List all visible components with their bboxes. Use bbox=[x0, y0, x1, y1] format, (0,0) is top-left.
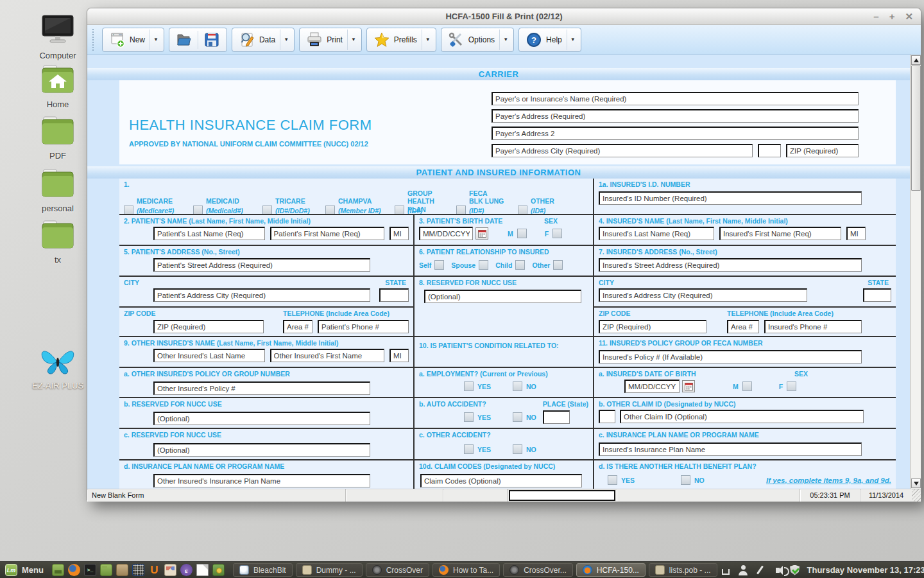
help-button[interactable]: ? Help bbox=[521, 30, 567, 50]
patient-city-input[interactable] bbox=[153, 288, 370, 302]
open-button[interactable] bbox=[171, 30, 197, 50]
patient-birthdate-input[interactable] bbox=[419, 227, 473, 240]
insurance-plan-name-input[interactable] bbox=[599, 442, 862, 456]
patient-area-code-input[interactable] bbox=[283, 320, 312, 333]
file-manager-icon[interactable] bbox=[100, 564, 112, 576]
money-icon[interactable] bbox=[212, 564, 225, 576]
desktop-icon-computer[interactable]: Computer bbox=[26, 14, 90, 60]
options-dropdown-arrow[interactable]: ▼ bbox=[499, 30, 511, 50]
insured-birthdate-input[interactable] bbox=[624, 380, 680, 393]
desktop-icon-home[interactable]: Home bbox=[26, 64, 90, 109]
options-button[interactable]: Options bbox=[443, 30, 499, 50]
patient-last-name-input[interactable] bbox=[153, 227, 265, 240]
new-dropdown-arrow[interactable]: ▼ bbox=[150, 30, 162, 50]
show-desktop-icon[interactable] bbox=[52, 564, 64, 576]
insured-mi-input[interactable] bbox=[846, 227, 866, 240]
insured-policy-input[interactable] bbox=[599, 350, 862, 363]
insured-street-input[interactable] bbox=[599, 258, 862, 272]
taskbar-window-howto[interactable]: How to Ta... bbox=[432, 563, 500, 577]
taskbar-window-listspob[interactable]: lists.pob - ... bbox=[649, 563, 717, 577]
taskbar-window-crossover2[interactable]: CrossOver... bbox=[503, 563, 573, 577]
volume-icon[interactable] bbox=[773, 565, 783, 575]
employment-no-checkbox[interactable] bbox=[513, 381, 522, 391]
patient-street-input[interactable] bbox=[153, 258, 370, 272]
calendar-icon[interactable] bbox=[475, 227, 488, 240]
other-insured-last-name-input[interactable] bbox=[153, 349, 265, 362]
insured-zip-input[interactable] bbox=[599, 320, 706, 333]
mail-icon[interactable] bbox=[164, 564, 176, 576]
calendar-icon[interactable] bbox=[682, 380, 695, 392]
insured-sex-male-checkbox[interactable] bbox=[742, 381, 752, 391]
relationship-child-checkbox[interactable] bbox=[515, 260, 525, 270]
user-icon[interactable] bbox=[738, 565, 748, 575]
taskbar-window-hcfa[interactable]: HCFA-150... bbox=[576, 563, 646, 577]
vertical-scrollbar[interactable] bbox=[910, 55, 921, 489]
reserved-nucc-c-input[interactable] bbox=[153, 443, 370, 457]
archive-icon[interactable] bbox=[116, 564, 128, 576]
scroll-up-arrow[interactable] bbox=[911, 55, 921, 65]
shield-icon[interactable] bbox=[790, 565, 800, 575]
patient-first-name-input[interactable] bbox=[270, 227, 384, 240]
prefills-button[interactable]: Prefills bbox=[369, 30, 422, 50]
patient-state-input[interactable] bbox=[379, 288, 409, 302]
prefills-dropdown-arrow[interactable]: ▼ bbox=[422, 30, 434, 50]
minimized-window-icon[interactable] bbox=[721, 565, 731, 575]
maximize-button[interactable]: + bbox=[889, 12, 895, 21]
pen-icon[interactable] bbox=[755, 565, 766, 575]
patient-sex-female-checkbox[interactable] bbox=[552, 229, 562, 238]
other-claim-id-qualifier-input[interactable] bbox=[599, 410, 615, 423]
payer-address2-input[interactable] bbox=[492, 127, 859, 140]
data-button[interactable]: Data bbox=[234, 30, 280, 50]
data-dropdown-arrow[interactable]: ▼ bbox=[280, 30, 292, 50]
payer-city-input[interactable] bbox=[492, 144, 753, 157]
taskbar-window-dummy[interactable]: Dummy - ... bbox=[296, 563, 363, 577]
insured-sex-female-checkbox[interactable] bbox=[787, 381, 796, 391]
desktop-icon-personal[interactable]: personal bbox=[26, 168, 90, 213]
insured-city-input[interactable] bbox=[599, 288, 807, 302]
print-dropdown-arrow[interactable]: ▼ bbox=[347, 30, 359, 50]
relationship-other-checkbox[interactable] bbox=[553, 260, 563, 270]
relationship-spouse-checkbox[interactable] bbox=[479, 260, 488, 270]
desktop-icon-pdf[interactable]: PDF bbox=[26, 116, 90, 161]
other-accident-yes-checkbox[interactable] bbox=[464, 444, 474, 454]
relationship-self-checkbox[interactable] bbox=[434, 260, 444, 270]
other-insured-policy-input[interactable] bbox=[153, 381, 370, 395]
patient-phone-input[interactable] bbox=[318, 320, 409, 333]
firefox-icon[interactable] bbox=[68, 564, 80, 576]
reserved-nucc-b-input[interactable] bbox=[153, 412, 370, 425]
print-button[interactable]: Print bbox=[302, 30, 347, 50]
calculator-icon[interactable] bbox=[132, 564, 144, 576]
tricare-checkbox[interactable] bbox=[262, 206, 272, 214]
insured-id-input[interactable] bbox=[599, 191, 862, 205]
insured-area-code-input[interactable] bbox=[727, 320, 759, 333]
taskbar-window-bleachbit[interactable]: BleachBit bbox=[233, 563, 293, 577]
employment-yes-checkbox[interactable] bbox=[464, 381, 474, 391]
insured-first-name-input[interactable] bbox=[719, 227, 841, 240]
help-dropdown-arrow[interactable]: ▼ bbox=[567, 30, 579, 50]
new-button[interactable]: New bbox=[105, 30, 150, 50]
insured-state-input[interactable] bbox=[863, 288, 891, 302]
auto-accident-yes-checkbox[interactable] bbox=[464, 412, 474, 422]
reserved-nucc-input[interactable] bbox=[424, 290, 581, 303]
text-editor-icon[interactable] bbox=[196, 564, 209, 576]
champva-checkbox[interactable] bbox=[325, 206, 335, 214]
payer-zip-input[interactable] bbox=[786, 144, 859, 157]
auto-accident-no-checkbox[interactable] bbox=[513, 412, 522, 422]
benefit-plan-no-checkbox[interactable] bbox=[681, 475, 690, 485]
other-insured-plan-input[interactable] bbox=[153, 474, 370, 487]
taskbar-window-crossover[interactable]: CrossOver bbox=[366, 563, 429, 577]
resize-grip[interactable] bbox=[912, 489, 921, 502]
desktop-icon-tx[interactable]: tx bbox=[26, 220, 90, 265]
close-button[interactable]: ✕ bbox=[905, 12, 913, 21]
patient-sex-male-checkbox[interactable] bbox=[517, 229, 527, 238]
other-insured-mi-input[interactable] bbox=[389, 349, 409, 362]
accident-place-state-input[interactable] bbox=[543, 410, 570, 424]
scrollbar-thumb[interactable] bbox=[911, 66, 921, 191]
other-claim-id-input[interactable] bbox=[620, 410, 864, 423]
insured-last-name-input[interactable] bbox=[599, 227, 714, 240]
other-accident-no-checkbox[interactable] bbox=[513, 444, 522, 454]
menu-button[interactable]: Lm Menu bbox=[3, 562, 49, 578]
scroll-down-arrow[interactable] bbox=[911, 478, 921, 488]
save-button[interactable] bbox=[199, 30, 225, 50]
insured-phone-input[interactable] bbox=[764, 320, 862, 333]
